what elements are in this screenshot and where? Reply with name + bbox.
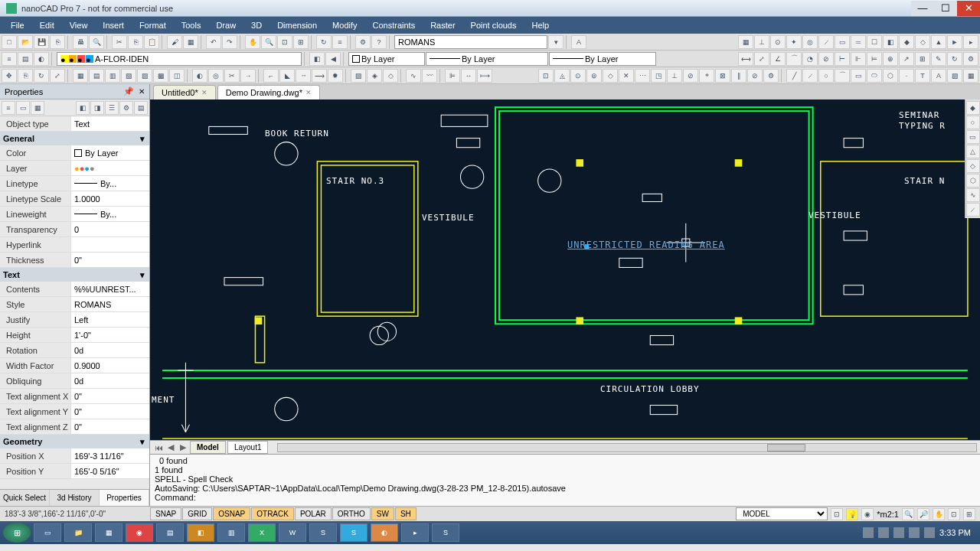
prop-section-text[interactable]: Text▾ (0, 268, 149, 282)
lightbulb-icon[interactable]: 💡 (846, 508, 858, 520)
doc-tab-demo[interactable]: Demo Drawing.dwg*✕ (217, 85, 320, 99)
st-icon3[interactable]: ◉ (861, 508, 874, 520)
dim-edit-icon[interactable]: ✎ (931, 52, 946, 66)
prop-value[interactable]: %%UUNREST... (70, 282, 149, 296)
snap-perp-icon[interactable]: ⊥ (667, 69, 682, 83)
arc-icon[interactable]: ⌒ (835, 69, 850, 83)
prop-tool5-icon[interactable]: ◨ (90, 101, 104, 115)
vt8-icon[interactable]: ⟋ (966, 203, 980, 217)
st-icon1[interactable]: ⊡ (831, 508, 843, 520)
doc-tab-untitled[interactable]: Untitled0*✕ (153, 85, 216, 99)
color-selector[interactable]: By Layer (348, 52, 425, 66)
model-space-selector[interactable]: MODEL (736, 507, 828, 520)
otrack-icon[interactable]: ⟋ (818, 35, 834, 49)
prop-value[interactable]: By... (70, 207, 149, 221)
tray-icon[interactable] (909, 527, 920, 538)
pline-icon[interactable]: ⟋ (802, 69, 818, 83)
layer-prev-icon[interactable]: ◀ (325, 52, 341, 66)
prop-value[interactable]: 0d (70, 343, 149, 357)
snap-par-icon[interactable]: ∥ (731, 69, 746, 83)
line-icon[interactable]: ╱ (786, 69, 802, 83)
dim-angular-icon[interactable]: ∠ (770, 52, 786, 66)
menu-dimension[interactable]: Dimension (270, 18, 325, 32)
menu-draw[interactable]: Draw (208, 18, 243, 32)
text-icon[interactable]: T (915, 69, 930, 83)
undo-icon[interactable]: ↶ (206, 35, 221, 49)
layer-iso-icon[interactable]: ◐ (34, 52, 49, 66)
menu-constraints[interactable]: Constraints (365, 18, 423, 32)
rect-icon[interactable]: ▭ (851, 69, 866, 83)
open-icon[interactable]: 📂 (18, 35, 33, 49)
prop-value[interactable]: 0" (70, 404, 149, 419)
prop-value[interactable]: 1'-0" (70, 328, 149, 342)
snap-mid-icon[interactable]: ◬ (554, 69, 570, 83)
task-skype[interactable]: S (340, 523, 368, 542)
snap-none-icon[interactable]: ⊘ (747, 69, 763, 83)
snap-icon[interactable]: ⊙ (770, 35, 786, 49)
grid-icon[interactable]: ▦ (738, 35, 753, 49)
prop-value[interactable]: 0" (70, 253, 149, 267)
status-toggle-sw[interactable]: SW (371, 507, 394, 520)
close-button[interactable]: ✕ (957, 1, 980, 16)
arr1-icon[interactable]: ▦ (73, 69, 88, 83)
zoom-in-icon[interactable]: 🔍 (902, 508, 914, 520)
osnap-icon[interactable]: ◎ (802, 35, 818, 49)
regen-icon[interactable]: ↻ (316, 35, 332, 49)
point-icon[interactable]: · (899, 69, 914, 83)
save-icon[interactable]: 💾 (34, 35, 49, 49)
status-toggle-polar[interactable]: POLAR (295, 507, 332, 520)
canvas[interactable]: BOOK RETURN STAIR NO.3 VESTIBULE VESTIBU… (150, 99, 980, 440)
menu-format[interactable]: Format (132, 18, 174, 32)
prop-tool2-icon[interactable]: ▭ (16, 101, 30, 115)
task-app4[interactable]: ◧ (187, 523, 214, 542)
zoom-icon[interactable]: 🔍 (261, 35, 276, 49)
copy-icon[interactable]: ⎘ (128, 35, 143, 49)
tab-properties[interactable]: Properties (100, 490, 149, 506)
menu-help[interactable]: Help (524, 18, 557, 32)
close-tab-icon[interactable]: ✕ (305, 89, 312, 96)
vt2-icon[interactable]: ○ (966, 116, 980, 129)
dim-center-icon[interactable]: ⊕ (883, 52, 898, 66)
prop-value[interactable] (70, 237, 149, 252)
tray-icon[interactable] (893, 527, 904, 538)
t1-icon[interactable]: ◆ (899, 35, 914, 49)
tab-layout1[interactable]: Layout1 (227, 441, 269, 454)
task-app3[interactable]: ▤ (156, 523, 184, 542)
text-tool-icon[interactable]: A (571, 35, 586, 49)
tab-first-icon[interactable]: ⏮ (153, 443, 164, 452)
dim-base-icon[interactable]: ⊨ (867, 52, 882, 66)
scale-icon[interactable]: ⤢ (50, 69, 65, 83)
polygon-icon[interactable]: ⬡ (883, 69, 898, 83)
task-app7[interactable]: W (279, 523, 306, 542)
paste-icon[interactable]: 📋 (144, 35, 159, 49)
tab-quick-select[interactable]: Quick Select (0, 490, 50, 506)
status-toggle-ortho[interactable]: ORTHO (332, 507, 371, 520)
dim-dia-icon[interactable]: ⊘ (818, 52, 834, 66)
zoom-out-icon[interactable]: 🔎 (917, 508, 929, 520)
vt5-icon[interactable]: ◇ (966, 159, 980, 173)
menu-file[interactable]: File (3, 18, 32, 32)
prop-value[interactable]: 0" (70, 389, 149, 403)
break-icon[interactable]: ╌ (296, 69, 311, 83)
prop-tool3-icon[interactable]: ▦ (31, 101, 44, 115)
dim-cont-icon[interactable]: ⊩ (851, 52, 866, 66)
layer-props-icon[interactable]: ≡ (2, 52, 17, 66)
ortho-icon[interactable]: ⊥ (754, 35, 769, 49)
preview-icon[interactable]: 🔍 (89, 35, 104, 49)
hatch2-icon[interactable]: ▨ (947, 69, 962, 83)
help-icon[interactable]: ? (371, 35, 387, 49)
status-toggle-osnap[interactable]: OSNAP (213, 507, 250, 520)
prop-section-geometry[interactable]: Geometry▾ (0, 435, 149, 448)
prop-value[interactable]: ROMANS (70, 297, 149, 311)
task-app1[interactable]: ▦ (95, 523, 122, 542)
vt1-icon[interactable]: ◆ (966, 101, 980, 115)
arr3-icon[interactable]: ▥ (105, 69, 120, 83)
vt4-icon[interactable]: △ (966, 145, 980, 158)
status-toggle-sh[interactable]: SH (395, 507, 416, 520)
horizontal-scrollbar[interactable] (277, 443, 977, 452)
clock[interactable]: 3:33 PM (939, 528, 971, 537)
prop-value[interactable]: Left (70, 312, 149, 327)
arr6-icon[interactable]: ▩ (153, 69, 168, 83)
task-folder[interactable]: 📁 (64, 523, 92, 542)
lengthen-icon[interactable]: ⟼ (477, 69, 492, 83)
